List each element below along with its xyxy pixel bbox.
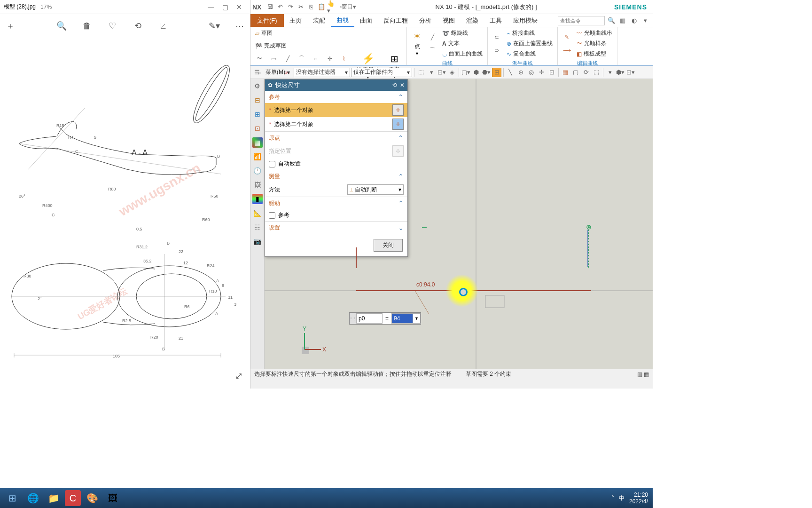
sel-icon-17[interactable]: ⬚ [592, 68, 601, 77]
sel-icon-13[interactable]: ⊡ [547, 68, 556, 77]
viewer-canvas[interactable]: www.ugsnx.cn UG爱好者论坛 26° R400 R80 0.5 R6… [0, 38, 250, 389]
sel-icon-14[interactable]: ▦ [561, 68, 570, 77]
settings-icon[interactable]: ⚙ [252, 81, 263, 91]
param-value[interactable]: 94 [391, 313, 413, 324]
clock[interactable]: 21:202022/4/ [629, 492, 648, 505]
menu-tools[interactable]: 工具 [484, 14, 508, 27]
sel-icon-4[interactable]: ◈ [447, 68, 457, 77]
graphics-area[interactable]: ⚙ ⊟ ⊞ ⊡ ▦ 📶 🕒 🖼 ▮ 📐 ☷ 📷 ✿ 快速尺寸 ⟲ ✕ 参考⌃ [250, 79, 653, 379]
view-icon[interactable]: 📷 [252, 236, 263, 246]
arc-tool-icon[interactable]: ⌒ [426, 44, 438, 56]
maximize-icon[interactable]: ▢ [218, 2, 232, 12]
layer-icon[interactable]: ☷ [252, 222, 263, 232]
menu-render[interactable]: 渲染 [461, 14, 484, 27]
drag-handle-icon[interactable]: ⋮⋮ [350, 313, 356, 324]
sel-icon-8[interactable]: ⊞ [492, 68, 501, 77]
line-icon[interactable]: ╱ [281, 53, 294, 65]
start-button[interactable]: ⊞ [3, 490, 22, 506]
sel-icon-18[interactable]: ▾ [605, 68, 615, 77]
sel-icon-6[interactable]: ⬢ [471, 68, 481, 77]
add-icon[interactable]: ＋ [5, 20, 16, 32]
menu-reverse[interactable]: 反向工程 [378, 14, 414, 27]
part-nav-icon[interactable]: ⊟ [252, 95, 263, 105]
filter-combo[interactable]: 没有选择过滤器▾ [294, 68, 350, 77]
sel-icon-19[interactable]: ⬢▾ [616, 68, 625, 77]
bridge-curve-button[interactable]: ⌢ 桥接曲线 [505, 28, 554, 38]
paste-icon[interactable]: 📋 [317, 2, 326, 12]
app-icon-1[interactable]: C [65, 490, 81, 506]
more-icon[interactable]: ⋯ [234, 20, 245, 32]
edit-icon-1[interactable]: ✎ [561, 31, 573, 43]
composite-curve-button[interactable]: ∿ 复合曲线 [505, 49, 554, 59]
menu-file[interactable]: 文件(F) [250, 14, 284, 27]
menu-view[interactable]: 视图 [437, 14, 461, 27]
edge-icon[interactable]: 🌐 [23, 490, 42, 506]
ime-indicator[interactable]: 中 [619, 494, 625, 502]
redo-icon[interactable]: ↷ [286, 2, 295, 12]
sel-icon-10[interactable]: ⊕ [516, 68, 525, 77]
point-button[interactable]: ✶点▼ [410, 29, 424, 58]
photos-icon[interactable]: 🖼 [103, 490, 122, 506]
search-input[interactable] [558, 16, 605, 25]
tray-up-icon[interactable]: ˄ [611, 495, 614, 501]
menu-curve[interactable]: 曲线 [331, 14, 354, 27]
point-icon[interactable]: ✛ [324, 53, 336, 65]
sel-icon-12[interactable]: ✛ [537, 68, 546, 77]
sel-icon-20[interactable]: ⊡▾ [626, 68, 635, 77]
zoom-icon[interactable]: 🔍 [56, 20, 67, 32]
derive-icon-2[interactable]: ⊃ [491, 44, 503, 56]
smooth-spline-button[interactable]: 〜 光顺样条 [575, 39, 614, 48]
roles-icon[interactable]: ▮ [252, 194, 263, 204]
rotate-icon[interactable]: ⟲ [132, 20, 143, 32]
menu-dropdown[interactable]: 菜单(M) ▾ [263, 68, 293, 76]
menu-home[interactable]: 主页 [284, 14, 307, 27]
profile-icon[interactable]: 〜 [253, 53, 265, 65]
finish-sketch-button[interactable]: 🏁 完成草图 [253, 41, 289, 51]
dropdown-icon[interactable]: ▼ [413, 313, 421, 324]
save-icon[interactable]: 🖫 [265, 2, 274, 12]
sel-icon-15[interactable]: ▢ [571, 68, 580, 77]
sel-icon-1[interactable]: ⬚ [416, 68, 426, 77]
menu-analysis[interactable]: 分析 [414, 14, 437, 27]
expand-icon[interactable]: ⤢ [235, 370, 243, 381]
menu-icon[interactable]: ☰ [252, 68, 262, 77]
delete-icon[interactable]: 🗑 [81, 20, 93, 32]
curve-on-surface-button[interactable]: ◡ 曲面上的曲线 [440, 49, 484, 59]
edit-icon-2[interactable]: ⟿ [561, 44, 573, 56]
sel-icon-16[interactable]: ⟳ [581, 68, 591, 77]
line-tool-icon[interactable]: ╱ [426, 31, 438, 43]
derive-icon-1[interactable]: ⊂ [491, 31, 503, 43]
crop-icon[interactable]: ⟀ [157, 20, 169, 32]
web-icon[interactable]: 📶 [252, 151, 263, 162]
param-name[interactable]: p0 [356, 313, 383, 324]
sketch-button[interactable]: ▱ 草图 [253, 28, 274, 38]
search-icon[interactable]: 🔍 [607, 16, 616, 25]
sel-icon-11[interactable]: ◎ [526, 68, 536, 77]
helix-button[interactable]: ➰ 螺旋线 [440, 28, 484, 38]
rectangle-icon[interactable]: ▭ [267, 53, 280, 65]
studio-spline-icon[interactable]: ⌇ [338, 53, 350, 65]
system-icon[interactable]: 🖼 [252, 180, 263, 190]
assy-nav-icon[interactable]: ⊞ [252, 109, 263, 119]
undo-icon[interactable]: ↶ [275, 2, 285, 12]
cut-icon[interactable]: ✂ [296, 2, 305, 12]
template-shape-button[interactable]: ◧ 模板成型 [575, 49, 614, 59]
menu-surface[interactable]: 曲面 [354, 14, 378, 27]
arc-icon[interactable]: ⌒ [296, 53, 308, 65]
sel-icon-2[interactable]: ▾ [427, 68, 436, 77]
menu-application[interactable]: 应用模块 [508, 14, 543, 27]
smooth-string-button[interactable]: 〰 光顺曲线串 [575, 28, 614, 38]
minimize-icon[interactable]: — [204, 2, 218, 12]
sel-icon-3[interactable]: ⊡▾ [437, 68, 446, 77]
favorite-icon[interactable]: ♡ [107, 20, 118, 32]
reuse-icon[interactable]: ▦ [252, 137, 263, 148]
layout-icon[interactable]: ▥ [618, 16, 627, 25]
touch-icon[interactable]: 👆▾ [327, 2, 336, 12]
explorer-icon[interactable]: 📁 [44, 490, 63, 506]
edit-icon[interactable]: ✎▾ [209, 20, 220, 32]
scope-combo[interactable]: 仅在工作部件内▾ [351, 68, 412, 77]
expand-ribbon-icon[interactable]: ▾ [640, 16, 650, 25]
close-icon[interactable]: ✕ [232, 2, 246, 12]
app-icon-2[interactable]: 🎨 [83, 490, 102, 506]
measure-icon[interactable]: 📐 [252, 208, 263, 218]
